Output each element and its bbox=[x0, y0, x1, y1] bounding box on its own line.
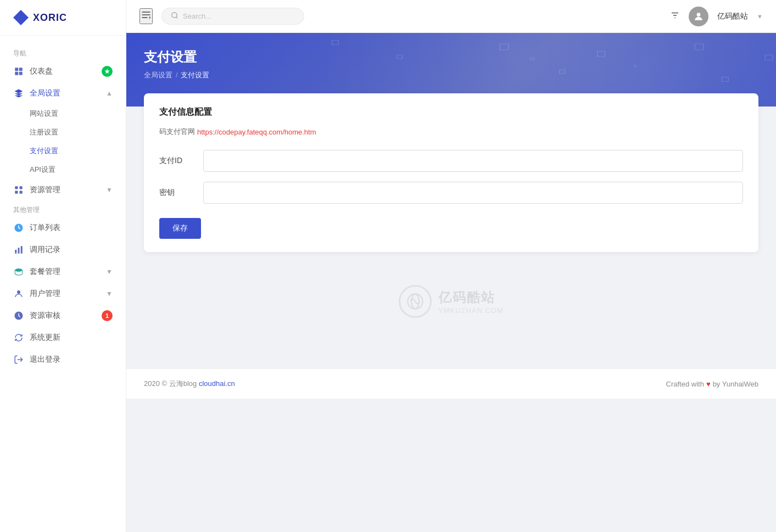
sidebar-item-website-settings[interactable]: 网站设置 bbox=[0, 104, 126, 123]
save-button[interactable]: 保存 bbox=[159, 218, 201, 239]
user-avatar[interactable] bbox=[689, 7, 708, 26]
global-settings-arrow: ▲ bbox=[106, 89, 113, 97]
sidebar-item-orders-label: 订单列表 bbox=[30, 223, 113, 233]
global-settings-icon bbox=[13, 88, 24, 99]
user-management-icon bbox=[13, 288, 24, 299]
header: 亿码酷站 ▼ bbox=[126, 0, 776, 33]
sidebar-item-system-update-label: 系统更新 bbox=[30, 333, 113, 343]
user-management-arrow: ▼ bbox=[106, 290, 113, 298]
main-content: 亿码酷站 ▼ 支付设置 全局设置 / 支 bbox=[126, 0, 776, 532]
collapse-button[interactable] bbox=[139, 8, 153, 24]
logo-icon bbox=[13, 10, 29, 25]
sidebar-navigation: 导航 仪表盘 ★ 全局设置 ▲ 网站设置 注册设置 支付设置 AP bbox=[0, 36, 126, 532]
sidebar-item-orders[interactable]: 订单列表 bbox=[0, 217, 126, 239]
svg-rect-2 bbox=[15, 72, 18, 75]
sidebar-item-resource-management-label: 资源管理 bbox=[30, 185, 106, 195]
resource-management-arrow: ▼ bbox=[106, 186, 113, 194]
sidebar-item-resource-review-label: 资源审核 bbox=[30, 311, 102, 321]
header-right: 亿码酷站 ▼ bbox=[670, 7, 763, 26]
dashboard-badge: ★ bbox=[102, 66, 113, 77]
search-bar[interactable] bbox=[161, 8, 304, 25]
sidebar-item-call-records-label: 调用记录 bbox=[30, 245, 113, 255]
payment-settings-label: 支付设置 bbox=[30, 146, 58, 156]
package-management-icon bbox=[13, 266, 24, 277]
svg-rect-33 bbox=[332, 40, 339, 44]
svg-rect-4 bbox=[15, 186, 18, 189]
resource-management-icon bbox=[13, 184, 24, 195]
sidebar: XORIC 导航 仪表盘 ★ 全局设置 ▲ 网站设置 注册设置 支 bbox=[0, 0, 126, 532]
other-section-label: 其他管理 bbox=[0, 201, 126, 217]
resource-review-icon bbox=[13, 310, 24, 321]
watermark-logo bbox=[399, 285, 432, 318]
svg-rect-7 bbox=[20, 191, 23, 194]
footer-by-text: by YunhaiWeb bbox=[713, 380, 758, 388]
website-settings-label: 网站设置 bbox=[30, 109, 58, 119]
sidebar-item-logout[interactable]: 退出登录 bbox=[0, 349, 126, 371]
payment-id-row: 支付ID bbox=[159, 150, 743, 172]
footer-right: Crafted with ♥ by YunhaiWeb bbox=[666, 380, 758, 388]
watermark: 亿码酷站 YMKUZHAN.COM bbox=[144, 252, 758, 351]
subtitle-link[interactable]: https://codepay.fateqq.com/home.htm bbox=[197, 128, 316, 136]
payment-id-label: 支付ID bbox=[159, 156, 203, 166]
watermark-url: YMKUZHAN.COM bbox=[438, 306, 504, 315]
sidebar-item-resource-management[interactable]: 资源管理 ▼ bbox=[0, 179, 126, 201]
sidebar-item-resource-review[interactable]: 资源审核 1 bbox=[0, 305, 126, 327]
subtitle-text: 码支付官网 bbox=[159, 127, 195, 137]
footer: 2020 © 云海blog cloudhai.cn Crafted with ♥… bbox=[126, 368, 776, 399]
secret-key-row: 密钥 bbox=[159, 182, 743, 204]
svg-point-19 bbox=[172, 13, 177, 18]
system-update-icon bbox=[13, 332, 24, 343]
register-settings-label: 注册设置 bbox=[30, 127, 58, 137]
breadcrumb-payment-settings: 支付设置 bbox=[181, 70, 209, 80]
sidebar-item-register-settings[interactable]: 注册设置 bbox=[0, 123, 126, 142]
call-records-icon bbox=[13, 244, 24, 255]
watermark-name: 亿码酷站 bbox=[438, 289, 504, 306]
nav-section-label: 导航 bbox=[0, 44, 126, 60]
page-body: 支付设置 全局设置 / 支付设置 支付信息配置 码支付官网 https://co… bbox=[126, 33, 776, 532]
orders-icon bbox=[13, 222, 24, 233]
card-title: 支付信息配置 bbox=[159, 107, 743, 118]
sidebar-item-logout-label: 退出登录 bbox=[30, 355, 113, 365]
svg-rect-28 bbox=[765, 55, 773, 60]
logo-text: XORIC bbox=[33, 12, 67, 24]
svg-rect-3 bbox=[19, 72, 23, 75]
footer-heart: ♥ bbox=[706, 380, 711, 388]
sidebar-item-package-management[interactable]: 套餐管理 ▼ bbox=[0, 261, 126, 283]
sidebar-item-call-records[interactable]: 调用记录 bbox=[0, 239, 126, 261]
sidebar-item-dashboard[interactable]: 仪表盘 ★ bbox=[0, 60, 126, 82]
svg-point-36 bbox=[411, 294, 419, 309]
api-settings-label: API设置 bbox=[30, 165, 55, 175]
svg-line-20 bbox=[176, 17, 178, 19]
breadcrumb-global-settings[interactable]: 全局设置 bbox=[144, 70, 172, 80]
content-area: 支付信息配置 码支付官网 https://codepay.fateqq.com/… bbox=[126, 93, 776, 368]
sidebar-item-system-update[interactable]: 系统更新 bbox=[0, 327, 126, 349]
sidebar-item-global-settings-label: 全局设置 bbox=[30, 88, 106, 98]
search-input[interactable] bbox=[183, 12, 282, 20]
dashboard-icon bbox=[13, 66, 24, 77]
svg-rect-9 bbox=[15, 250, 16, 254]
breadcrumb-separator: / bbox=[176, 71, 177, 79]
sidebar-item-payment-settings[interactable]: 支付设置 bbox=[0, 142, 126, 160]
breadcrumb: 全局设置 / 支付设置 bbox=[144, 70, 758, 80]
svg-point-13 bbox=[17, 290, 20, 294]
sidebar-item-user-management[interactable]: 用户管理 ▼ bbox=[0, 283, 126, 305]
page-title: 支付设置 bbox=[144, 48, 758, 66]
svg-rect-5 bbox=[20, 186, 23, 189]
package-management-arrow: ▼ bbox=[106, 268, 113, 276]
footer-link[interactable]: cloudhai.cn bbox=[199, 379, 235, 388]
payment-id-input[interactable] bbox=[203, 150, 743, 172]
sidebar-item-global-settings[interactable]: 全局设置 ▲ bbox=[0, 82, 126, 104]
sidebar-item-api-settings[interactable]: API设置 bbox=[0, 160, 126, 179]
filter-icon[interactable] bbox=[670, 10, 680, 23]
svg-point-12 bbox=[15, 268, 23, 272]
card-subtitle: 码支付官网 https://codepay.fateqq.com/home.ht… bbox=[159, 127, 743, 137]
payment-config-card: 支付信息配置 码支付官网 https://codepay.fateqq.com/… bbox=[144, 93, 758, 252]
secret-key-input[interactable] bbox=[203, 182, 743, 204]
user-dropdown-arrow[interactable]: ▼ bbox=[757, 13, 763, 20]
svg-rect-11 bbox=[21, 246, 23, 254]
resource-review-badge: 1 bbox=[102, 310, 113, 321]
user-name[interactable]: 亿码酷站 bbox=[717, 12, 748, 21]
svg-point-35 bbox=[407, 294, 422, 309]
svg-rect-6 bbox=[15, 191, 18, 194]
sidebar-item-package-management-label: 套餐管理 bbox=[30, 267, 106, 277]
